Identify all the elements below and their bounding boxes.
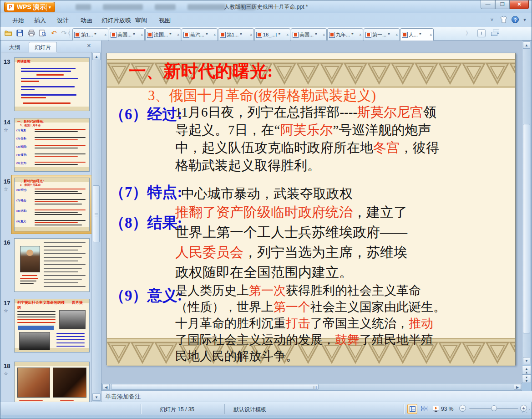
zoom-slider-thumb[interactable] <box>491 405 497 411</box>
maximize-button[interactable]: ❐ <box>495 0 510 9</box>
tab-list-icon[interactable] <box>491 29 500 37</box>
print-icon[interactable] <box>26 28 36 39</box>
thumbnail-scroll-thumb[interactable]: — — — <box>93 185 100 242</box>
thumbnail-number: 14 <box>4 119 10 126</box>
animation-star-icon[interactable]: ☆ <box>4 371 8 377</box>
thumbnail-title: 阅读提纲: <box>17 59 31 64</box>
section-body-2[interactable]: 推翻了资产阶级临时政府统治，建立了世界上第一个工人士兵苏维埃政府——人民委员会，… <box>175 202 512 282</box>
thumbnail-number: 13 <box>4 58 10 65</box>
save-icon[interactable] <box>15 28 25 39</box>
tab-close-icon[interactable]: x <box>287 32 289 37</box>
animation-star-icon[interactable]: ☆ <box>4 186 8 192</box>
tab-slides[interactable]: 幻灯片 <box>29 42 57 52</box>
document-tab-7[interactable]: 九年... *x <box>327 28 363 41</box>
vertical-scroll-thumb[interactable] <box>523 124 530 333</box>
menu-item-3[interactable]: 动画 <box>77 15 96 25</box>
slide-thumbnail-14[interactable]: 一、新时代的曙光:3、俄国十月革命(1) 背景:(2) 任务:(3) 时间:(4… <box>14 118 90 172</box>
section-body-3[interactable]: 是人类历史上第一次获得胜利的社会主义革命（性质），世界上第一个社会主义国家由此诞… <box>175 282 512 364</box>
tab-close-icon[interactable]: x <box>214 32 216 37</box>
document-tab-1[interactable]: 美国... *x <box>109 28 145 41</box>
thumbnail-number: 18 <box>4 363 10 369</box>
scroll-up-icon[interactable]: ▲ <box>92 53 101 60</box>
tab-close-icon[interactable]: x <box>323 32 325 37</box>
resize-grip[interactable]: ⋰⋰ <box>522 409 531 413</box>
skin-icon[interactable] <box>500 16 508 23</box>
menu-item-5[interactable]: 审阅 <box>132 15 151 25</box>
horizontal-scrollbar[interactable]: ◀ ||| ▶ <box>101 383 522 391</box>
section-body-0[interactable]: 11月6日夜，列宁在总指挥部----斯莫尔尼宫领导起义。7日，在“阿芙乐尔”号巡… <box>175 103 512 174</box>
menu-item-1[interactable]: 插入 <box>30 15 50 25</box>
tab-close-icon[interactable]: x <box>396 32 398 37</box>
document-tab-0[interactable]: 第1... *x <box>72 28 108 41</box>
scroll-down-icon[interactable]: ▼ <box>92 393 101 401</box>
tab-close-icon[interactable]: x <box>141 32 143 37</box>
help-icon[interactable]: ? <box>512 16 519 23</box>
document-tab-label: 法国... * <box>154 31 177 38</box>
animation-star-icon[interactable]: ☆ <box>4 127 8 133</box>
document-tab-9[interactable]: 人... *x <box>400 28 434 41</box>
new-document-tab-icon[interactable]: + <box>477 29 486 37</box>
ppt-file-icon <box>365 32 371 38</box>
document-tab-label: 九年... * <box>336 31 359 38</box>
zoom-out-icon[interactable]: − <box>459 405 466 412</box>
tab-close-icon[interactable]: x <box>360 32 362 37</box>
slide-thumbnail-15[interactable]: 一、新时代的曙光:3、俄国十月革命(6) 经过:(7) 特点:(8) 结果:(9… <box>14 178 90 231</box>
ppt-file-icon <box>329 32 335 38</box>
design-template-name[interactable]: 默认设计模板 <box>233 406 266 414</box>
normal-view-button[interactable] <box>407 404 417 414</box>
previous-slide-button[interactable]: ▲▲ <box>522 366 531 374</box>
tab-close-icon[interactable]: x <box>430 32 432 37</box>
collapse-toolbar-icon[interactable]: ˅ <box>488 15 496 24</box>
selected-thumbnail-highlight[interactable]: 一、新时代的曙光:3、俄国十月革命(6) 经过:(7) 特点:(8) 结果:(9… <box>11 175 92 234</box>
document-title: 人教版初三历史俄国十月革命.ppt * <box>0 3 532 11</box>
tab-close-icon[interactable]: x <box>105 32 107 37</box>
tab-close-icon[interactable]: x <box>250 32 253 37</box>
panel-close-icon[interactable]: ✕ <box>87 43 91 49</box>
document-tab-4[interactable]: 第1... *x <box>218 28 254 41</box>
scroll-down-icon[interactable]: ▼ <box>523 357 530 364</box>
status-bar: 幻灯片 15 / 35 默认设计模板 <box>0 402 532 415</box>
document-tab-8[interactable]: 第一... *x <box>364 28 400 41</box>
slide-subtitle[interactable]: 3、俄国十月革命(彼得格勒武装起义) <box>148 86 376 105</box>
menu-item-6[interactable]: 视图 <box>155 15 174 25</box>
tab-scroll-left-icon[interactable]: 《 <box>64 28 71 39</box>
scroll-left-icon[interactable]: ◀ <box>102 384 110 390</box>
notes-pane[interactable]: 单击添加备注 <box>101 391 532 402</box>
scroll-right-icon[interactable]: ▶ <box>514 384 521 390</box>
tab-close-icon[interactable]: x <box>177 32 180 37</box>
slide-thumbnail-16[interactable] <box>14 238 90 292</box>
slide-thumbnail-13[interactable]: 阅读提纲: <box>14 57 90 111</box>
thumbnail-scrollbar[interactable]: ▲ — — — ▼ <box>91 52 101 402</box>
menu-item-2[interactable]: 设计 <box>53 15 72 25</box>
open-file-icon[interactable] <box>3 28 14 39</box>
slideshow-button[interactable] <box>431 404 441 414</box>
print-preview-icon[interactable] <box>37 28 48 39</box>
close-button[interactable]: ✕ <box>510 0 529 9</box>
slide-title[interactable]: 一、新时代的曙光: <box>129 60 273 83</box>
slideshow-play-icon <box>433 406 439 412</box>
tab-scroll-right-icon[interactable]: 》 <box>466 30 471 37</box>
slide-canvas[interactable]: 一、新时代的曙光: 3、俄国十月革命(彼得格勒武装起义) （6）经过:11月6日… <box>106 53 516 365</box>
animation-star-icon[interactable]: ☆ <box>4 308 8 314</box>
document-tab-label: 蒸汽... * <box>190 31 213 38</box>
menu-item-4[interactable]: 幻灯片放映 <box>98 15 135 25</box>
title-bar: P WPS 演示 ▾ 人教版初三历史俄国十月革命.ppt * — ❐ ✕ <box>0 0 532 13</box>
scroll-up-icon[interactable]: ▲ <box>523 41 530 49</box>
document-tab-3[interactable]: 蒸汽... *x <box>182 28 218 41</box>
document-tab-6[interactable]: 美国... *x <box>291 28 327 41</box>
menu-item-0[interactable]: 开始 <box>9 15 28 25</box>
slide-thumbnail-18[interactable] <box>14 362 90 402</box>
more-options-icon[interactable]: ▾ <box>522 15 527 24</box>
horizontal-scroll-thumb[interactable]: ||| <box>111 384 319 390</box>
slide-thumbnail-17[interactable]: 列宁提出社会主义革命的纲领——四月提纲 <box>14 299 90 353</box>
document-tab-2[interactable]: 法国... *x <box>145 28 181 41</box>
undo-icon[interactable]: ↶ <box>49 28 59 39</box>
thumbnail-label: (5) 主力: <box>16 161 27 165</box>
document-tab-5[interactable]: 16_...t *x <box>254 28 290 41</box>
section-body-1[interactable]: 中心城市暴动，武装夺取政权 <box>181 185 518 203</box>
next-slide-button[interactable]: ▼▼ <box>522 374 531 383</box>
slide-sorter-view-button[interactable] <box>419 404 429 414</box>
tab-outline[interactable]: 大纲 <box>3 42 26 52</box>
minimize-button[interactable]: — <box>481 0 495 9</box>
vertical-scrollbar[interactable]: ▲ ▼ <box>522 41 531 365</box>
